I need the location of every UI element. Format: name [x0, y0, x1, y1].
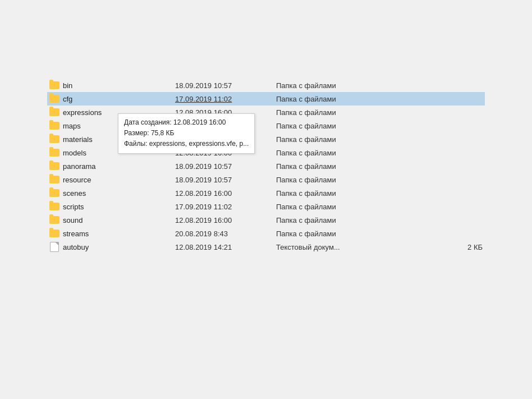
file-name: resource	[63, 176, 175, 184]
list-item[interactable]: scenes12.08.2019 16:00Папка с файлами	[47, 186, 485, 200]
file-date: 18.09.2019 10:57	[175, 81, 276, 90]
file-date: 12.08.2019 16:00	[175, 216, 276, 224]
file-type: Папка с файлами	[276, 162, 483, 171]
folder-icon	[49, 148, 59, 158]
file-type: Папка с файлами	[276, 216, 483, 224]
list-item[interactable]: scripts17.09.2019 11:02Папка с файлами	[47, 200, 485, 213]
file-date: 20.08.2019 8:43	[175, 230, 276, 238]
file-date: 18.09.2019 10:57	[175, 176, 276, 184]
list-item[interactable]: materials12.08.2019 16:00Папка с файлами	[47, 132, 485, 146]
folder-icon	[49, 134, 59, 144]
folder-icon	[49, 107, 59, 117]
list-item[interactable]: autobuy12.08.2019 14:21Текстовый докум..…	[47, 240, 485, 254]
file-date: 18.09.2019 10:57	[175, 162, 276, 171]
file-name: cfg	[63, 95, 175, 103]
file-type: Папка с файлами	[276, 203, 483, 211]
file-type: Папка с файлами	[276, 81, 483, 90]
list-item[interactable]: models12.08.2019 16:00Папка с файлами	[47, 146, 485, 159]
file-type: Папка с файлами	[276, 176, 483, 184]
file-type: Папка с файлами	[276, 95, 483, 103]
file-name: bin	[63, 81, 175, 90]
file-date: 17.09.2019 11:02	[175, 203, 276, 211]
list-item[interactable]: bin18.09.2019 10:57Папка с файлами	[47, 79, 485, 92]
file-type: Папка с файлами	[276, 230, 483, 238]
folder-icon	[49, 94, 59, 104]
list-item[interactable]: expressions12.08.2019 16:00Папка с файла…	[47, 106, 485, 119]
folder-icon	[49, 215, 59, 225]
file-name: streams	[63, 230, 175, 238]
file-type: Папка с файлами	[276, 122, 483, 130]
list-item[interactable]: streams20.08.2019 8:43Папка с файлами	[47, 227, 485, 240]
file-type: Папка с файлами	[276, 149, 483, 157]
folder-icon	[49, 121, 59, 131]
file-name: autobuy	[63, 243, 175, 251]
list-item[interactable]: cfg17.09.2019 11:02Папка с файламиДата с…	[47, 92, 485, 106]
file-icon	[49, 242, 59, 252]
list-item[interactable]: sound12.08.2019 16:00Папка с файлами	[47, 213, 485, 227]
folder-icon	[49, 228, 59, 239]
list-item[interactable]: resource18.09.2019 10:57Папка с файлами	[47, 173, 485, 186]
file-name: scenes	[63, 189, 175, 198]
file-name: panorama	[63, 162, 175, 171]
file-manager: bin18.09.2019 10:57Папка с файламиcfg17.…	[0, 0, 532, 399]
folder-icon	[49, 175, 59, 185]
file-list: bin18.09.2019 10:57Папка с файламиcfg17.…	[47, 79, 485, 254]
file-date: 12.08.2019 14:21	[175, 243, 276, 251]
file-type: Папка с файлами	[276, 108, 483, 117]
folder-icon	[49, 80, 59, 90]
tooltip-line2: Размер: 75,8 КБ	[124, 129, 174, 137]
file-name: scripts	[63, 203, 175, 211]
folder-icon	[49, 161, 59, 171]
tooltip-line1: Дата создания: 12.08.2019 16:00	[124, 118, 226, 126]
file-type: Папка с файлами	[276, 135, 483, 144]
list-item[interactable]: panorama18.09.2019 10:57Папка с файлами	[47, 159, 485, 173]
file-tooltip: Дата создания: 12.08.2019 16:00 Размер: …	[118, 113, 255, 154]
file-type: Папка с файлами	[276, 189, 483, 198]
list-item[interactable]: maps12.08.2019 8:11Папка с файлами	[47, 119, 485, 132]
file-type: Текстовый докум...	[276, 243, 449, 251]
folder-icon	[49, 188, 59, 198]
file-date: 12.08.2019 16:00	[175, 189, 276, 198]
file-date: 17.09.2019 11:02	[175, 95, 276, 103]
file-size: 2 КБ	[449, 243, 483, 251]
tooltip-line3: Файлы: expressions, expressions.vfe, p..…	[124, 140, 249, 148]
folder-icon	[49, 201, 59, 212]
file-name: sound	[63, 216, 175, 224]
